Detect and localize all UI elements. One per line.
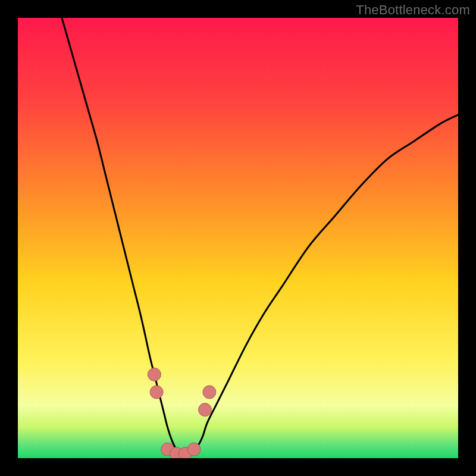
plot-area [18,18,458,458]
curve-marker [203,386,216,399]
curve-marker [187,443,201,456]
curve-marker [150,386,163,399]
watermark-text: TheBottleneck.com [356,2,470,18]
bottleneck-chart [18,18,458,458]
chart-frame: TheBottleneck.com [0,0,476,476]
curve-marker [148,368,161,381]
gradient-bg [18,18,458,458]
curve-marker [199,403,212,416]
